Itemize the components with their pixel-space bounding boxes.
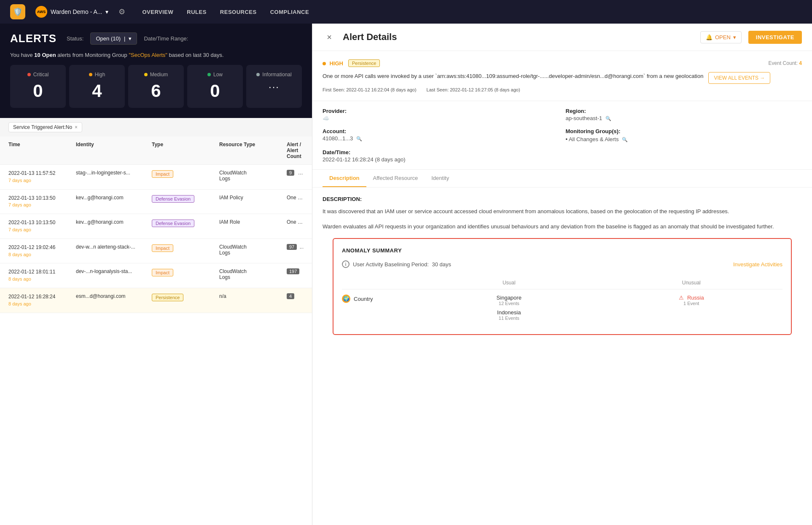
- high-severity-indicator: HIGH: [323, 59, 343, 67]
- table-row[interactable]: 2022-01-13 11:57:527 days ago stag-...in…: [0, 165, 312, 190]
- type-badge: Persistence: [152, 294, 183, 301]
- investigate-button[interactable]: INVESTIGATE: [748, 31, 802, 44]
- table-row[interactable]: 2022-01-12 19:02:468 days ago dev-w...n …: [0, 239, 312, 264]
- type-badge: Defense Evasion: [152, 220, 194, 227]
- info-label: Informational: [256, 72, 291, 78]
- alerts-header: ALERTS Status: Open (10) | ▾ Date/Time R…: [0, 24, 312, 118]
- alerts-title-row: ALERTS Status: Open (10) | ▾ Date/Time R…: [10, 32, 302, 45]
- cell-time: 2022-01-13 10:13:507 days ago: [8, 195, 76, 209]
- account-value[interactable]: 41080...1...3 🔍: [323, 135, 362, 142]
- cell-type: Impact: [152, 244, 219, 252]
- nav-rules[interactable]: RULES: [187, 9, 207, 15]
- monitoring-label: Monitoring Group(s):: [566, 128, 802, 134]
- table-header: Time Identity Type Resource Type Alert /…: [0, 137, 312, 165]
- view-all-events-button[interactable]: VIEW ALL EVENTS →: [708, 72, 770, 84]
- cell-alert: 197: [287, 268, 304, 274]
- low-count: 0: [210, 81, 220, 101]
- cell-resource: CloudWatchLogs: [219, 244, 287, 256]
- alert-meta: Provider: ☁️ Region: ap-southeast-1 🔍 Ac…: [312, 101, 812, 170]
- account-name: Warden Demo - A...: [51, 8, 102, 15]
- tab-affected-resource[interactable]: Affected Resource: [366, 170, 425, 187]
- usual-country-2: Indonesia: [418, 309, 600, 316]
- col-time: Time: [8, 142, 76, 159]
- event-count-value: 4: [799, 60, 802, 66]
- usual-country-1: Singapore: [418, 295, 600, 301]
- desc-para-2: Warden evaluates all API requests in you…: [323, 222, 802, 231]
- medium-dot: [144, 73, 148, 76]
- medium-count: 6: [151, 81, 161, 101]
- critical-label: Critical: [27, 72, 49, 78]
- open-chevron: ▾: [733, 34, 736, 40]
- anomaly-unusual-cell: ⚠ Russia 1 Event: [600, 295, 783, 306]
- nav-resources[interactable]: RESOURCES: [220, 9, 257, 15]
- high-card[interactable]: High 4: [69, 65, 125, 108]
- tab-identity[interactable]: Identity: [425, 170, 456, 187]
- filter-close-icon[interactable]: ×: [75, 124, 78, 130]
- open-icon: 🔔: [706, 34, 713, 40]
- account-selector[interactable]: AWS Warden Demo - A... ▾: [35, 6, 108, 18]
- settings-icon[interactable]: ⚙: [118, 7, 125, 16]
- warning-icon: ⚠: [679, 295, 684, 301]
- info-card[interactable]: Informational ···: [246, 65, 302, 108]
- region-value[interactable]: ap-southeast-1 🔍: [566, 115, 611, 121]
- high-label: High: [89, 72, 105, 78]
- filter-tag[interactable]: Service Triggered Alert:No ×: [8, 122, 82, 132]
- tactic-badge: Persistence: [348, 59, 380, 67]
- medium-label: Medium: [144, 72, 168, 78]
- nav-overview[interactable]: OVERVIEW: [142, 9, 173, 15]
- critical-card[interactable]: Critical 0: [10, 65, 66, 108]
- status-dropdown[interactable]: Open (10) | ▾: [90, 32, 137, 45]
- search-icon: 🔍: [605, 116, 611, 121]
- anomaly-row: 🌍 Country Singapore 12 Events Indonesia …: [342, 289, 782, 326]
- panel-title: Alert Details: [343, 32, 694, 43]
- datetime-item: Date/Time: 2022-01-12 16:28:24 (8 days a…: [323, 149, 559, 163]
- investigate-activities-link[interactable]: Investigate Activities: [733, 261, 782, 268]
- table-row[interactable]: 2022-01-13 10:13:507 days ago kev...g@ho…: [0, 190, 312, 214]
- cell-alert: 9 An abnormal amo...: [287, 170, 304, 176]
- low-label: Low: [207, 72, 223, 78]
- alert-count-text: 10: [34, 52, 40, 58]
- cell-identity: dev-...n-loganalysis-sta...: [76, 268, 152, 274]
- anomaly-usual-cell: Singapore 12 Events Indonesia 11 Events: [418, 295, 600, 321]
- cell-type: Impact: [152, 268, 219, 276]
- open-status-dropdown[interactable]: 🔔 OPEN ▾: [700, 31, 742, 43]
- low-card[interactable]: Low 0: [187, 65, 243, 108]
- baselining-text: User Activity Baselining Period: 30 days: [353, 261, 451, 268]
- last-seen-value: 2022-01-12 16:27:05 (8 days ago): [450, 87, 520, 92]
- alerts-panel: ALERTS Status: Open (10) | ▾ Date/Time R…: [0, 24, 312, 525]
- provider-label: Provider:: [323, 108, 559, 114]
- cell-identity: kev...g@horangi.com: [76, 195, 152, 201]
- cell-identity: kev...g@horangi.com: [76, 219, 152, 225]
- info-count: ···: [269, 81, 280, 93]
- description-content: DESCRIPTION: It was discovered that an I…: [312, 188, 812, 354]
- search-icon: 🔍: [356, 136, 362, 141]
- cell-type: Defense Evasion: [152, 219, 219, 227]
- cell-resource: IAM Role: [219, 219, 287, 225]
- nav-compliance[interactable]: COMPLIANCE: [270, 9, 309, 15]
- cell-identity: dev-w...n alerteng-stack-...: [76, 244, 152, 250]
- table-row[interactable]: 2022-01-12 16:28:248 days ago esm...d@ho…: [0, 288, 312, 313]
- tab-description[interactable]: Description: [323, 170, 366, 187]
- cell-identity: stag-...in-logingester-s...: [76, 170, 152, 176]
- col-resource: Resource Type: [219, 142, 287, 159]
- table-row[interactable]: 2022-01-12 18:01:118 days ago dev-...n-l…: [0, 263, 312, 288]
- main-area: ALERTS Status: Open (10) | ▾ Date/Time R…: [0, 24, 812, 525]
- status-row: Status: Open (10) | ▾ Date/Time Range:: [67, 32, 188, 45]
- desc-section-title: DESCRIPTION:: [323, 196, 802, 202]
- desc-para-1: It was discovered that an IAM user or se…: [323, 207, 802, 216]
- medium-card[interactable]: Medium 6: [128, 65, 184, 108]
- table-row[interactable]: 2022-01-13 10:13:507 days ago kev...g@ho…: [0, 214, 312, 239]
- status-chevron: ▾: [129, 35, 132, 42]
- info-dot: [256, 73, 260, 76]
- type-badge: Impact: [152, 244, 173, 252]
- monitoring-value[interactable]: All Changes & Alerts 🔍: [569, 136, 628, 142]
- alerts-info-text: You have 10 Open alerts from Monitoring …: [10, 52, 302, 58]
- group-name: "SecOps Alerts": [129, 52, 167, 58]
- main-navigation: OVERVIEW RULES RESOURCES COMPLIANCE: [142, 9, 309, 15]
- close-button[interactable]: ×: [323, 30, 336, 44]
- region-item: Region: ap-southeast-1 🔍: [566, 108, 802, 121]
- seen-row: First Seen: 2022-01-12 16:22:04 (8 days …: [323, 87, 802, 92]
- col-type: Type: [152, 142, 219, 159]
- cell-resource: IAM Policy: [219, 195, 287, 201]
- critical-dot: [27, 73, 31, 76]
